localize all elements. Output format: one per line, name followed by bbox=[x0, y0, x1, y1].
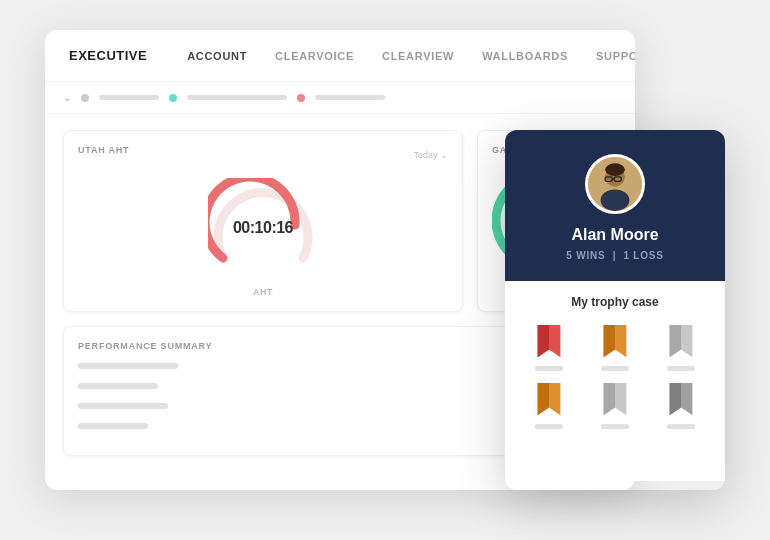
aht-time: 00:10:16 bbox=[233, 219, 293, 237]
perf-label-4 bbox=[78, 423, 148, 429]
aht-subtitle[interactable]: Today ⌄ bbox=[413, 150, 448, 160]
trophy-bar-6 bbox=[667, 424, 695, 429]
toolbar-bar-3 bbox=[315, 95, 385, 100]
trophy-section: My trophy case bbox=[505, 281, 725, 481]
nav-link-support[interactable]: SUPPORT bbox=[596, 50, 635, 62]
trophy-bar-1 bbox=[535, 366, 563, 371]
profile-card: Alan Moore 5 WINS | 1 LOSS My trophy cas… bbox=[505, 130, 725, 490]
nav-link-account[interactable]: ACCOUNT bbox=[187, 50, 247, 62]
trophy-icon-6 bbox=[663, 381, 699, 419]
dot-green bbox=[169, 94, 177, 102]
trophy-item-6 bbox=[653, 381, 709, 429]
aht-label: AHT bbox=[78, 287, 448, 297]
trophy-bar-4 bbox=[535, 424, 563, 429]
trophy-icon-5 bbox=[597, 381, 633, 419]
perf-label-1 bbox=[78, 363, 178, 369]
trophy-bar-5 bbox=[601, 424, 629, 429]
trophy-icon-2 bbox=[597, 323, 633, 361]
avatar-image bbox=[588, 157, 642, 211]
nav-link-wallboards[interactable]: WALLBOARDS bbox=[482, 50, 568, 62]
trophy-item-4 bbox=[521, 381, 577, 429]
avatar bbox=[585, 154, 645, 214]
profile-stats: 5 WINS | 1 LOSS bbox=[566, 250, 664, 261]
dot-red bbox=[297, 94, 305, 102]
trophy-bar-2 bbox=[601, 366, 629, 371]
trophy-grid bbox=[521, 323, 709, 429]
trophy-item-1 bbox=[521, 323, 577, 371]
perf-label-2 bbox=[78, 383, 158, 389]
trophy-icon-1 bbox=[531, 323, 567, 361]
profile-name: Alan Moore bbox=[571, 226, 658, 244]
trophy-bar-3 bbox=[667, 366, 695, 371]
nav-brand: EXECUTIVE bbox=[69, 48, 147, 63]
trophy-title: My trophy case bbox=[521, 295, 709, 309]
trophy-icon-3 bbox=[663, 323, 699, 361]
svg-point-2 bbox=[605, 163, 625, 176]
nav-link-clearview[interactable]: CLEARVIEW bbox=[382, 50, 454, 62]
aht-widget-header: UTAH AHT Today ⌄ bbox=[78, 145, 448, 165]
svg-point-6 bbox=[601, 189, 630, 211]
chevron-down-icon[interactable]: ⌄ bbox=[63, 92, 71, 103]
scene: EXECUTIVE ACCOUNT CLEARVOICE CLEARVIEW W… bbox=[45, 30, 725, 510]
toolbar: ⌄ bbox=[45, 82, 635, 114]
trophy-item-5 bbox=[587, 381, 643, 429]
trophy-item-2 bbox=[587, 323, 643, 371]
aht-title: UTAH AHT bbox=[78, 145, 129, 155]
losses-count: 1 LOSS bbox=[623, 250, 663, 261]
toolbar-bar-2 bbox=[187, 95, 287, 100]
dot-gray bbox=[81, 94, 89, 102]
aht-widget: UTAH AHT Today ⌄ 00:10:16 bbox=[63, 130, 463, 312]
perf-label-3 bbox=[78, 403, 168, 409]
nav-link-clearvoice[interactable]: CLEARVOICE bbox=[275, 50, 354, 62]
profile-header: Alan Moore 5 WINS | 1 LOSS bbox=[505, 130, 725, 281]
trophy-item-3 bbox=[653, 323, 709, 371]
nav-links: ACCOUNT CLEARVOICE CLEARVIEW WALLBOARDS … bbox=[187, 50, 635, 62]
aht-gauge-container: 00:10:16 bbox=[78, 173, 448, 283]
trophy-icon-4 bbox=[531, 381, 567, 419]
nav: EXECUTIVE ACCOUNT CLEARVOICE CLEARVIEW W… bbox=[45, 30, 635, 82]
wins-count: 5 WINS bbox=[566, 250, 605, 261]
toolbar-bar-1 bbox=[99, 95, 159, 100]
aht-gauge-value: 00:10:16 bbox=[233, 219, 293, 237]
